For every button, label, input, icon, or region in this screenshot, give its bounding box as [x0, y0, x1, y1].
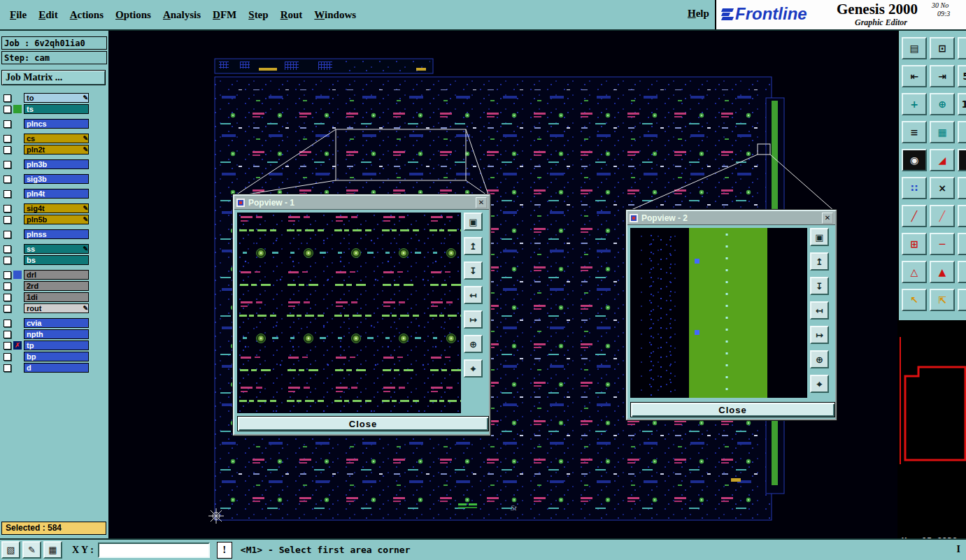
layer-checkbox[interactable]: [3, 175, 11, 183]
statusbar-tool-button[interactable]: ▦: [43, 541, 62, 559]
layer-name-bar[interactable]: pln4t: [24, 189, 89, 199]
layer-checkbox[interactable]: [3, 305, 11, 313]
tool-button[interactable]: ≡: [902, 121, 927, 143]
tool-button[interactable]: ◭: [958, 261, 966, 283]
layer-name-bar[interactable]: pln5b ✎: [24, 215, 89, 224]
tool-button[interactable]: △: [902, 261, 927, 283]
popview-tool-button[interactable]: ↥: [464, 237, 483, 255]
popview-tool-button[interactable]: ↧: [810, 277, 829, 295]
layer-checkbox[interactable]: [3, 353, 11, 361]
layer-name-bar[interactable]: rout ✎: [24, 303, 89, 313]
layer-checkbox[interactable]: [3, 342, 11, 350]
popview-1-close-icon[interactable]: ✕: [476, 197, 487, 208]
layer-checkbox[interactable]: [3, 135, 11, 143]
tool-button[interactable]: ↖: [902, 289, 927, 311]
layer-name-bar[interactable]: ts: [24, 104, 89, 114]
tool-button[interactable]: □: [958, 37, 966, 59]
tool-button[interactable]: ○: [958, 177, 966, 199]
tool-button[interactable]: ◩: [958, 121, 966, 143]
menu-actions[interactable]: Actions: [70, 9, 104, 21]
tool-button[interactable]: ×: [930, 177, 955, 199]
tool-button[interactable]: ↺: [958, 289, 966, 311]
layer-name-bar[interactable]: sig3b: [24, 174, 89, 184]
menu-help[interactable]: Help: [688, 8, 709, 20]
layer-checkbox[interactable]: [3, 364, 11, 372]
tool-button[interactable]: ∠: [958, 205, 966, 227]
layer-checkbox[interactable]: [3, 190, 11, 198]
layer-checkbox[interactable]: [3, 120, 11, 128]
layer-name-bar[interactable]: drl: [24, 270, 89, 280]
tool-button[interactable]: ∷: [902, 177, 927, 199]
popview-1-close-button[interactable]: Close: [237, 416, 489, 431]
tool-button[interactable]: ⊟: [958, 233, 966, 255]
menu-analysis[interactable]: Analysis: [163, 9, 201, 21]
tool-button[interactable]: ▤: [902, 37, 927, 59]
popview-tool-button[interactable]: ↥: [810, 252, 829, 271]
statusbar-tool-button[interactable]: ▧: [1, 541, 20, 559]
layer-checkbox[interactable]: [3, 146, 11, 154]
layer-name-bar[interactable]: d: [24, 363, 89, 373]
popview-tool-button[interactable]: ⌖: [464, 359, 483, 378]
popview-tool-button[interactable]: ↤: [810, 301, 829, 320]
layer-name-bar[interactable]: tp: [24, 340, 89, 350]
layer-name-bar[interactable]: 2rd: [24, 281, 89, 291]
menu-options[interactable]: Options: [115, 9, 151, 21]
popview-1-viewport[interactable]: [237, 213, 461, 413]
layer-name-bar[interactable]: npth: [24, 329, 89, 339]
tool-button[interactable]: 5D: [958, 65, 966, 87]
layer-name-bar[interactable]: plnss: [24, 229, 89, 239]
popview-2-close-icon[interactable]: ✕: [822, 213, 833, 224]
popview-tool-button[interactable]: ↧: [464, 261, 483, 280]
menu-rout[interactable]: Rout: [280, 9, 303, 21]
layer-checkbox[interactable]: [3, 320, 11, 327]
job-matrix-button[interactable]: Job Matrix ...: [1, 70, 106, 85]
layer-checkbox[interactable]: [3, 331, 11, 338]
alert-button[interactable]: !: [217, 542, 232, 559]
layer-name-bar[interactable]: to ✎: [24, 93, 89, 103]
popview-tool-button[interactable]: ▣: [810, 228, 829, 246]
menu-step[interactable]: Step: [248, 9, 268, 21]
tool-button[interactable]: ⊞: [902, 233, 927, 255]
tool-button[interactable]: ⇱: [930, 289, 955, 311]
layer-checkbox[interactable]: [3, 294, 11, 301]
tool-button[interactable]: ╱: [930, 205, 955, 227]
layer-name-bar[interactable]: pln2t ✎: [24, 145, 89, 155]
tool-button[interactable]: ─: [930, 233, 955, 255]
layer-checkbox[interactable]: [3, 245, 11, 253]
tool-button[interactable]: ⊕: [930, 93, 955, 115]
menu-windows[interactable]: Windows: [314, 9, 356, 21]
layer-name-bar[interactable]: cvia: [24, 318, 89, 328]
layer-checkbox[interactable]: [3, 271, 11, 279]
layer-checkbox[interactable]: [3, 205, 11, 213]
popview-2-viewport[interactable]: [630, 228, 807, 398]
menu-file[interactable]: File: [10, 9, 27, 21]
layer-checkbox[interactable]: [3, 231, 11, 238]
tool-button[interactable]: ◉: [902, 149, 927, 171]
layer-checkbox[interactable]: [3, 216, 11, 224]
tool-button[interactable]: ▲: [930, 261, 955, 283]
popview-tool-button[interactable]: ↦: [810, 326, 829, 344]
layer-name-bar[interactable]: 1di: [24, 292, 89, 302]
popview-2-close-button[interactable]: Close: [630, 402, 835, 417]
layer-name-bar[interactable]: bp: [24, 352, 89, 361]
layer-name-bar[interactable]: sig4t ✎: [24, 203, 89, 213]
layer-checkbox[interactable]: [3, 161, 11, 168]
layer-name-bar[interactable]: pln3b: [24, 159, 89, 169]
statusbar-tool-button[interactable]: ✎: [22, 541, 41, 559]
tool-button[interactable]: 1:8: [958, 93, 966, 115]
layer-name-bar[interactable]: cs ✎: [24, 134, 89, 143]
layer-checkbox[interactable]: [3, 94, 11, 102]
overview-panel[interactable]: X = 15.8938 Y = -11.267: [899, 320, 966, 538]
tool-button[interactable]: ╱: [902, 205, 927, 227]
popview-tool-button[interactable]: ▣: [464, 213, 483, 231]
tool-button[interactable]: ⇥: [930, 65, 955, 87]
popview-tool-button[interactable]: ↦: [464, 310, 483, 329]
popview-tool-button[interactable]: ↤: [464, 286, 483, 304]
tool-button[interactable]: ⊡: [930, 37, 955, 59]
layer-name-bar[interactable]: bs: [24, 255, 89, 265]
xy-input[interactable]: [98, 543, 210, 558]
tool-button[interactable]: ◢: [930, 149, 955, 171]
menu-dfm[interactable]: DFM: [213, 9, 236, 21]
layer-checkbox[interactable]: [3, 257, 11, 264]
tool-button[interactable]: ⇤: [902, 65, 927, 87]
